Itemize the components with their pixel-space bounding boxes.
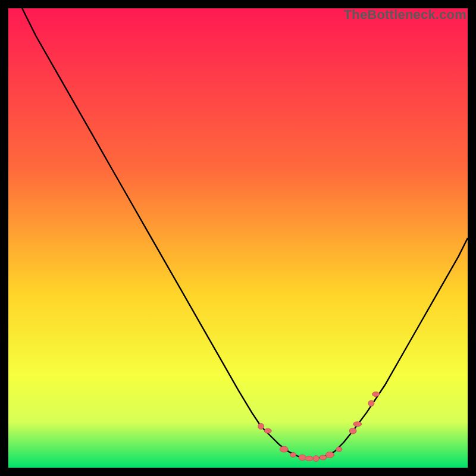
curve-marker: [313, 456, 319, 462]
curve-marker: [320, 455, 327, 460]
curve-marker: [280, 446, 288, 452]
curve-marker: [336, 447, 342, 452]
curve-marker: [290, 452, 296, 457]
curve-marker: [368, 400, 374, 406]
curve-marker: [372, 392, 380, 397]
gradient-background: [8, 8, 468, 468]
curve-marker: [299, 455, 306, 461]
curve-marker: [264, 428, 271, 433]
curve-marker: [325, 452, 334, 458]
curve-marker: [305, 456, 314, 461]
watermark-text: TheBottleneck.com: [344, 7, 466, 23]
curve-marker: [349, 428, 356, 434]
plot-canvas: [8, 8, 468, 468]
curve-marker: [258, 424, 264, 430]
chart-frame: TheBottleneck.com: [8, 8, 468, 468]
curve-marker: [353, 422, 362, 427]
